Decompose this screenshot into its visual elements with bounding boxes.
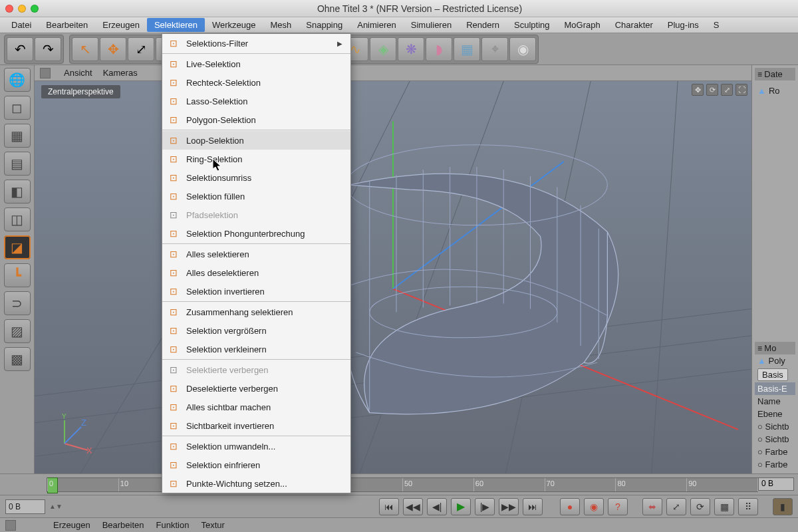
- radio-visibility-2[interactable]: Sichtb: [755, 433, 795, 446]
- tool-globe[interactable]: 🌐: [4, 68, 31, 92]
- maximize-icon[interactable]: [31, 5, 39, 13]
- menu-datei[interactable]: Datei: [4, 18, 39, 32]
- menu-mesh[interactable]: Mesh: [263, 18, 299, 32]
- key-rot-button[interactable]: ⟳: [690, 498, 710, 515]
- menu-charakter[interactable]: Charakter: [608, 18, 660, 32]
- radio-color-1[interactable]: Farbe: [755, 446, 795, 458]
- timeline-end-field[interactable]: 0 B: [758, 477, 794, 491]
- select-button[interactable]: ↖: [72, 37, 98, 61]
- viewport-3d[interactable]: Zentralperspektive ✥⟳⤢⛶: [35, 81, 751, 473]
- viewtab-ansicht[interactable]: Ansicht: [64, 68, 92, 78]
- menu-plug-ins[interactable]: Plug-ins: [660, 18, 706, 32]
- menuitem-poly-sel[interactable]: ⊡Polygon-Selektion: [162, 110, 350, 129]
- radio-color-2[interactable]: Farbe: [755, 458, 795, 471]
- minimize-icon[interactable]: [18, 5, 26, 13]
- tool-floor-b[interactable]: ▩: [4, 347, 31, 371]
- timeline[interactable]: 0105060708090100 0 B: [0, 473, 798, 495]
- object-tree-item[interactable]: ▲ Ro: [755, 84, 795, 97]
- stepper-icon[interactable]: ▲▼: [49, 503, 63, 510]
- tool-cube-obj[interactable]: ◧: [4, 180, 31, 203]
- menu-mograph[interactable]: MoGraph: [557, 18, 608, 32]
- key-pos-button[interactable]: ⬌: [642, 498, 662, 515]
- menuitem-show-all[interactable]: ⊡Alles sichtbar machen: [162, 398, 350, 416]
- menuitem-outline-sel[interactable]: ⊡Selektionsumriss: [162, 168, 350, 187]
- radio-visibility-1[interactable]: Sichtb: [755, 420, 795, 433]
- prim-gen-button[interactable]: ❋: [398, 37, 424, 61]
- menuitem-loop-sel[interactable]: ⊡Loop-Selektion: [162, 131, 350, 150]
- tool-floor-a[interactable]: ▨: [4, 319, 31, 343]
- key-param-button[interactable]: ▦: [714, 498, 734, 515]
- bottomtab-bearbeiten[interactable]: Bearbeiten: [102, 520, 144, 530]
- menuitem-phong-sel[interactable]: ⊡Selektion Phongunterbrechung: [162, 224, 350, 243]
- goto-start-button[interactable]: ⏮: [379, 498, 399, 515]
- move-button[interactable]: ✥: [100, 37, 126, 61]
- menu-selektieren[interactable]: Selektieren: [147, 18, 205, 32]
- menuitem-freeze-sel[interactable]: ⊡Selektion einfrieren: [162, 456, 350, 474]
- key-pla-button[interactable]: ⠿: [738, 498, 758, 515]
- menuitem-shrink-sel[interactable]: ⊡Selektion verkleinern: [162, 340, 350, 358]
- object-name: Ro: [769, 86, 780, 96]
- tool-cube[interactable]: ◻: [4, 96, 31, 120]
- menu-s[interactable]: S: [706, 18, 727, 32]
- prim-env-button[interactable]: ▦: [454, 37, 480, 61]
- menu-rendern[interactable]: Rendern: [459, 18, 507, 32]
- tool-checker[interactable]: ▦: [4, 124, 31, 148]
- current-frame-field[interactable]: 0 B: [5, 499, 45, 514]
- menuitem-connected-sel[interactable]: ⊡Zusammenhang selektieren: [162, 303, 350, 321]
- menuitem-rect-sel[interactable]: ⊡Rechteck-Selektion: [162, 73, 350, 92]
- tool-axis[interactable]: ┗: [4, 263, 31, 287]
- menu-sculpting[interactable]: Sculpting: [507, 18, 557, 32]
- bottomtab-erzeugen[interactable]: Erzeugen: [53, 520, 90, 530]
- menu-animieren[interactable]: Animieren: [350, 18, 404, 32]
- key-scale-button[interactable]: ⤢: [666, 498, 686, 515]
- next-frame-button[interactable]: |▶: [475, 498, 495, 515]
- play-button[interactable]: ▶: [451, 498, 471, 515]
- material-slot[interactable]: ▮: [773, 498, 793, 515]
- menuitem-grow-sel[interactable]: ⊡Selektion vergrößern: [162, 321, 350, 340]
- tool-cube-poly[interactable]: ◪: [4, 235, 31, 259]
- prim-deform-button[interactable]: ◗: [426, 37, 452, 61]
- menuitem-set-weight[interactable]: ⊡Punkte-Wichtung setzen...: [162, 474, 350, 493]
- menu-simulieren[interactable]: Simulieren: [404, 18, 459, 32]
- goto-end-button[interactable]: ⏭: [523, 498, 543, 515]
- prim-cam-button[interactable]: ⌖: [481, 37, 508, 61]
- prev-key-button[interactable]: ◀◀: [403, 498, 423, 515]
- tool-cube-empty[interactable]: ◫: [4, 207, 31, 231]
- record-button[interactable]: ●: [560, 498, 580, 515]
- tool-grid[interactable]: ▤: [4, 152, 31, 176]
- tab-basis[interactable]: Basis: [757, 368, 788, 381]
- redo-button[interactable]: ↷: [35, 37, 61, 61]
- menuitem-fill-sel[interactable]: ⊡Selektion füllen: [162, 187, 350, 205]
- menuitem-hide-desel[interactable]: ⊡Deselektierte verbergen: [162, 379, 350, 398]
- menu-bearbeiten[interactable]: Bearbeiten: [39, 18, 95, 32]
- prim-nurbs-button[interactable]: ◈: [370, 37, 396, 61]
- bottomtab-funktion[interactable]: Funktion: [156, 520, 190, 530]
- bottomtab-textur[interactable]: Textur: [201, 520, 224, 530]
- viewtab-kameras[interactable]: Kameras: [103, 68, 138, 78]
- menuitem-convert-sel[interactable]: ⊡Selektion umwandeln...: [162, 437, 350, 456]
- menu-erzeugen[interactable]: Erzeugen: [95, 18, 147, 32]
- autokey-button[interactable]: ◉: [584, 498, 604, 515]
- menuitem-select-all[interactable]: ⊡Alles selektieren: [162, 245, 350, 263]
- menuitem-invert-vis[interactable]: ⊡Sichtbarkeit invertieren: [162, 416, 350, 435]
- undo-button[interactable]: ↶: [7, 37, 33, 61]
- menuitem-filter[interactable]: ⊡Selektions-Filter▶: [162, 34, 350, 53]
- menuitem-lasso-sel[interactable]: ⊡Lasso-Selektion: [162, 92, 350, 110]
- menuitem-deselect-all[interactable]: ⊡Alles deselektieren: [162, 263, 350, 282]
- menuitem-path-sel: ⊡Pfadselektion: [162, 205, 350, 224]
- axis-gizmo[interactable]: Y X Z: [55, 414, 94, 454]
- timeline-ruler[interactable]: 0105060708090100: [47, 477, 758, 492]
- menu-werkzeuge[interactable]: Werkzeuge: [205, 18, 263, 32]
- prim-light-button[interactable]: ◉: [509, 37, 536, 61]
- tool-magnet[interactable]: ⊃: [4, 291, 31, 315]
- keyframe-help-button[interactable]: ?: [608, 498, 628, 515]
- next-key-button[interactable]: ▶▶: [499, 498, 519, 515]
- menuitem-invert-sel[interactable]: ⊡Selektion invertieren: [162, 282, 350, 301]
- scale-button[interactable]: ⤢: [128, 37, 154, 61]
- menu-snapping[interactable]: Snapping: [299, 18, 350, 32]
- close-icon[interactable]: [5, 5, 13, 13]
- menuitem-label: Alles deselektieren: [186, 268, 259, 278]
- prev-frame-button[interactable]: ◀|: [427, 498, 447, 515]
- menuitem-ring-sel[interactable]: ⊡Ring-Selektion: [162, 150, 350, 168]
- menuitem-live-sel[interactable]: ⊡Live-Selektion: [162, 55, 350, 73]
